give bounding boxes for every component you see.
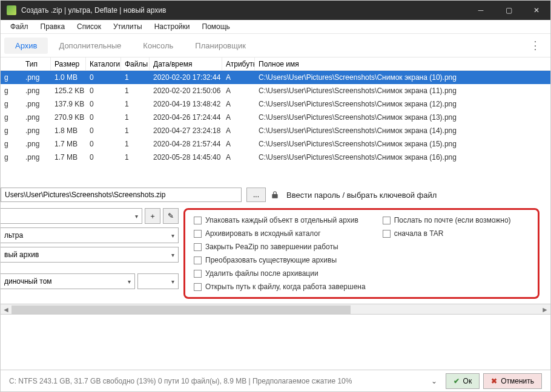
col-size[interactable]: Размер xyxy=(51,57,86,70)
status-text: C: NTFS 243.1 GB, 31.7 GB свободно (13%)… xyxy=(9,377,352,385)
expand-icon[interactable]: ⌄ xyxy=(426,377,442,385)
browse-button[interactable]: ... xyxy=(246,188,266,202)
format-combo[interactable] xyxy=(1,208,142,224)
volumes-combo[interactable]: диночный том xyxy=(1,273,135,289)
check-icon: ✔ xyxy=(454,377,460,385)
output-path-input[interactable] xyxy=(1,188,242,202)
lock-icon xyxy=(271,191,279,199)
tab-scheduler[interactable]: Планировщик xyxy=(184,38,257,54)
password-link[interactable]: Ввести пароль / выбрать ключевой файл xyxy=(286,191,437,200)
tab-console[interactable]: Консоль xyxy=(132,38,184,54)
close-button[interactable]: ✕ xyxy=(523,1,550,20)
col-files[interactable]: Файлы xyxy=(121,57,150,70)
file-grid: Тип Размер Каталоги Файлы Дата/время Атр… xyxy=(1,57,550,181)
scroll-thumb[interactable] xyxy=(12,305,351,314)
check-pack-each[interactable]: Упаковать каждый объект в отдельный архи… xyxy=(194,216,366,224)
col-name[interactable]: Полное имя xyxy=(255,57,550,70)
menu-file[interactable]: Файл xyxy=(4,21,35,33)
table-row[interactable]: g.png125.2 KB012020-02-20 21:50:06AC:\Us… xyxy=(1,84,550,97)
level-combo[interactable]: льтра xyxy=(1,227,179,243)
menu-settings[interactable]: Настройки xyxy=(148,21,196,33)
options-panel: Упаковать каждый объект в отдельный архи… xyxy=(183,208,539,299)
archive-mode-combo[interactable]: вый архив xyxy=(1,247,179,263)
check-convert[interactable]: Преобразовать существующие архивы xyxy=(194,256,366,264)
col-dirs[interactable]: Каталоги xyxy=(86,57,121,70)
cancel-button[interactable]: ✖Отменить xyxy=(483,373,542,389)
ok-button[interactable]: ✔Ок xyxy=(446,373,480,389)
minimize-button[interactable]: ─ xyxy=(467,1,495,20)
maximize-button[interactable]: ▢ xyxy=(495,1,523,20)
menu-list[interactable]: Список xyxy=(71,21,107,33)
check-tar-first[interactable]: сначала в TAR xyxy=(383,229,511,238)
tab-archive[interactable]: Архив xyxy=(4,38,48,54)
scroll-left-icon[interactable]: ◄ xyxy=(1,304,12,315)
x-icon: ✖ xyxy=(491,377,497,385)
check-delete-after[interactable]: Удалить файлы после архивации xyxy=(194,269,366,278)
check-close-after[interactable]: Закрыть PeaZip по завершении работы xyxy=(194,243,366,251)
menu-utils[interactable]: Утилиты xyxy=(107,21,148,33)
horizontal-scrollbar[interactable]: ◄ ► xyxy=(1,304,550,315)
window-title: Создать .zip | ультра, Deflate | новый а… xyxy=(21,6,467,15)
col-type[interactable]: Тип xyxy=(22,57,51,70)
col-attr[interactable]: Атрибуты xyxy=(222,57,255,70)
menu-help[interactable]: Помощь xyxy=(196,21,236,33)
tab-extra[interactable]: Дополнительные xyxy=(48,38,132,54)
check-open-after[interactable]: Открыть путь к файлу, когда работа завер… xyxy=(194,283,366,291)
scroll-right-icon[interactable]: ► xyxy=(539,304,550,315)
table-row[interactable]: g.png137.9 KB012020-04-19 13:48:42AC:\Us… xyxy=(1,97,550,111)
check-send-mail[interactable]: Послать по почте (если возможно) xyxy=(383,216,511,224)
table-row[interactable]: g.png270.9 KB012020-04-26 17:24:44AC:\Us… xyxy=(1,111,550,124)
tab-more-icon[interactable]: ⋮ xyxy=(524,39,547,52)
table-row[interactable]: g.png1.7 MB012020-05-28 14:45:40AC:\User… xyxy=(1,151,550,164)
app-icon xyxy=(7,5,16,15)
menu-edit[interactable]: Правка xyxy=(35,21,71,33)
table-row[interactable]: g.png1.0 MB012020-02-20 17:32:44AC:\User… xyxy=(1,71,550,84)
table-row[interactable]: g.png1.8 MB012020-04-27 23:24:18AC:\User… xyxy=(1,124,550,137)
grid-header: Тип Размер Каталоги Файлы Дата/время Атр… xyxy=(1,57,550,71)
table-row[interactable]: g.png1.7 MB012020-04-28 21:57:44AC:\User… xyxy=(1,137,550,151)
volume-size-combo[interactable] xyxy=(137,273,179,289)
check-archive-src[interactable]: Архивировать в исходный каталог xyxy=(194,229,366,238)
notes-button[interactable]: ✎ xyxy=(163,208,179,224)
add-button[interactable]: ＋ xyxy=(145,208,160,224)
col-date[interactable]: Дата/время xyxy=(150,57,222,70)
